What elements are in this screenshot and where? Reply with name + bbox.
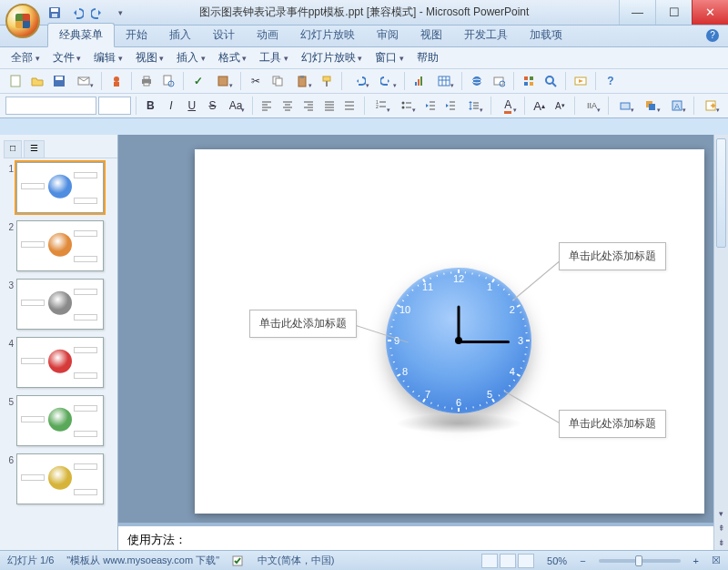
slide-thumbnail[interactable] [16,337,104,388]
chart-icon[interactable] [410,71,430,91]
thumb-item[interactable]: 1 [4,162,117,213]
slide-thumbnail[interactable] [16,279,104,330]
callout-bottom-right[interactable]: 单击此处添加标题 [559,410,666,438]
clock-graphic[interactable]: 121234567891011 [386,268,531,413]
tab-addins[interactable]: 加载项 [519,24,573,46]
zoom-level[interactable]: 50% [547,555,567,566]
format-painter-icon[interactable] [317,71,337,91]
numbering-icon[interactable]: 12 [369,96,393,116]
bold-icon[interactable]: B [141,96,160,116]
bullets-icon[interactable] [395,96,419,116]
save-icon[interactable] [47,5,62,20]
quick-styles-icon[interactable]: A [665,96,689,116]
office-button[interactable] [5,4,40,38]
tab-design[interactable]: 设计 [202,24,246,46]
save-icon[interactable] [49,71,69,91]
justify-icon[interactable] [319,96,339,116]
cut-icon[interactable]: ✂ [246,71,266,91]
next-slide-icon[interactable]: ⇟ [714,535,728,550]
spellcheck-status-icon[interactable] [232,555,245,567]
thumb-item[interactable]: 5 [4,395,117,446]
menu-file[interactable]: 文件 [49,48,86,67]
vertical-scrollbar[interactable]: ▴ ▾ ⇞ ⇟ [713,135,728,550]
grid-icon[interactable] [519,71,539,91]
align-center-icon[interactable] [278,96,298,116]
thumb-item[interactable]: 4 [4,337,117,388]
tab-review[interactable]: 审阅 [366,24,410,46]
change-case-icon[interactable]: Aa [224,96,248,116]
zoom-out-icon[interactable]: − [580,555,585,566]
fit-window-icon[interactable]: ☒ [712,555,721,566]
decrease-indent-icon[interactable] [420,96,440,116]
help-icon[interactable]: ? [601,71,621,91]
thumb-tab-outline[interactable]: ☰ [24,140,45,158]
menu-view[interactable]: 视图 [132,48,168,67]
redo-icon[interactable] [374,71,399,91]
arrange-icon[interactable] [639,96,662,116]
slide-thumbnail[interactable] [16,395,104,446]
shape-icon[interactable] [613,96,637,116]
qat-more-icon[interactable]: ▾ [113,5,127,20]
menu-window[interactable]: 窗口 [371,48,408,67]
thumb-item[interactable]: 2 [4,220,117,271]
close-button[interactable]: ✕ [692,0,728,25]
help-icon[interactable]: ? [706,29,719,42]
new-icon[interactable] [5,71,25,91]
menu-format[interactable]: 格式 [215,48,251,67]
zoom-knob[interactable] [635,555,642,566]
copy-icon[interactable] [268,71,288,91]
normal-view-icon[interactable] [481,554,498,568]
mail-icon[interactable] [71,71,96,91]
slide-thumbnail[interactable] [16,220,104,271]
increase-font-icon[interactable]: A▴ [530,96,549,116]
tab-insert[interactable]: 插入 [158,24,202,46]
redo-icon[interactable] [91,5,106,20]
tab-view[interactable]: 视图 [410,24,453,46]
menu-edit[interactable]: 编辑 [90,48,126,67]
decrease-font-icon[interactable]: A▾ [551,96,570,116]
thumb-tab-slides[interactable]: □ [4,140,22,158]
italic-icon[interactable]: I [162,96,181,116]
underline-icon[interactable]: U [182,96,201,116]
language-indicator[interactable]: 中文(简体，中国) [258,554,334,567]
font-name-input[interactable] [5,97,96,115]
menu-tools[interactable]: 工具 [256,48,292,67]
menu-insert[interactable]: 插入 [173,48,209,67]
prev-slide-icon[interactable]: ⇞ [714,521,728,535]
scroll-down-icon[interactable]: ▾ [714,506,728,521]
spellcheck-icon[interactable]: ✓ [188,71,208,91]
zoom-icon[interactable] [541,71,561,91]
tab-classic-menu[interactable]: 经典菜单 [47,23,115,47]
print-preview-icon[interactable] [158,71,178,91]
print-icon[interactable] [136,71,157,91]
menu-slideshow[interactable]: 幻灯片放映 [298,48,367,67]
scrollbar-thumb[interactable] [716,138,726,248]
strike-icon[interactable]: S [203,96,222,116]
distribute-icon[interactable] [340,96,359,116]
text-direction-icon[interactable]: IIA [580,96,603,116]
callout-left[interactable]: 单击此处添加标题 [249,310,357,338]
sorter-view-icon[interactable] [500,554,516,568]
notes-pane[interactable]: 使用方法： [118,523,713,550]
minimize-button[interactable]: — [619,0,655,25]
undo-icon[interactable] [69,5,84,20]
permission-icon[interactable] [106,71,126,91]
undo-icon[interactable] [347,71,372,91]
menu-help[interactable]: 帮助 [413,48,442,67]
line-spacing-icon[interactable] [462,96,486,116]
tab-developer[interactable]: 开发工具 [453,24,519,46]
hyperlink-icon[interactable] [467,71,487,91]
tab-slideshow[interactable]: 幻灯片放映 [289,24,366,46]
font-color-icon[interactable]: A [496,96,520,116]
maximize-button[interactable]: ☐ [655,0,692,25]
slide-editor[interactable]: 121234567891011 单击此处添加标题 单击此处添加标题 单击此处添加… [118,135,728,550]
align-left-icon[interactable] [258,96,277,116]
slide-canvas[interactable]: 121234567891011 单击此处添加标题 单击此处添加标题 单击此处添加… [195,149,704,514]
tab-animation[interactable]: 动画 [246,24,289,46]
callout-top-right[interactable]: 单击此处添加标题 [559,242,666,270]
zoom-in-icon[interactable]: + [693,555,699,566]
web-icon[interactable] [489,71,509,91]
increase-indent-icon[interactable] [441,96,460,116]
menu-all[interactable]: 全部 [7,48,44,67]
align-right-icon[interactable] [299,96,318,116]
